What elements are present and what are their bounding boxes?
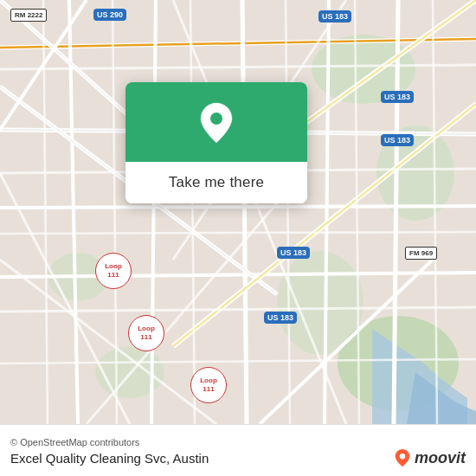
card-header — [125, 82, 307, 162]
map-background — [0, 0, 476, 424]
badge-us183-top: US 183 — [318, 10, 351, 23]
bottom-bar: © OpenStreetMap contributors Excel Quali… — [0, 424, 476, 476]
badge-us183-lower: US 183 — [264, 312, 297, 324]
badge-us183-right-lower: US 183 — [381, 134, 414, 146]
badge-loop111b: Loop111 — [128, 315, 164, 351]
location-card: Take me there — [125, 82, 307, 203]
svg-line-12 — [0, 206, 476, 208]
svg-point-45 — [210, 113, 222, 125]
badge-us290: US 290 — [93, 9, 126, 21]
take-me-there-button[interactable]: Take me there — [125, 162, 307, 203]
location-pin-icon — [197, 101, 235, 145]
moovit-pin-icon — [394, 448, 411, 467]
badge-us183-right-mid: US 183 — [381, 91, 414, 103]
badge-rm2222: RM 2222 — [10, 9, 47, 22]
map-attribution: © OpenStreetMap contributors — [10, 437, 466, 447]
moovit-logo: moovit — [394, 448, 466, 467]
svg-point-46 — [400, 453, 405, 459]
badge-loop111a: Loop111 — [95, 253, 132, 289]
moovit-text: moovit — [415, 449, 466, 467]
badge-us183-center: US 183 — [277, 247, 310, 259]
badge-fm969: FM 969 — [405, 247, 437, 260]
badge-loop111c: Loop111 — [190, 367, 227, 403]
map-container: RM 2222 US 290 US 183 US 183 US 183 US 1… — [0, 0, 476, 424]
